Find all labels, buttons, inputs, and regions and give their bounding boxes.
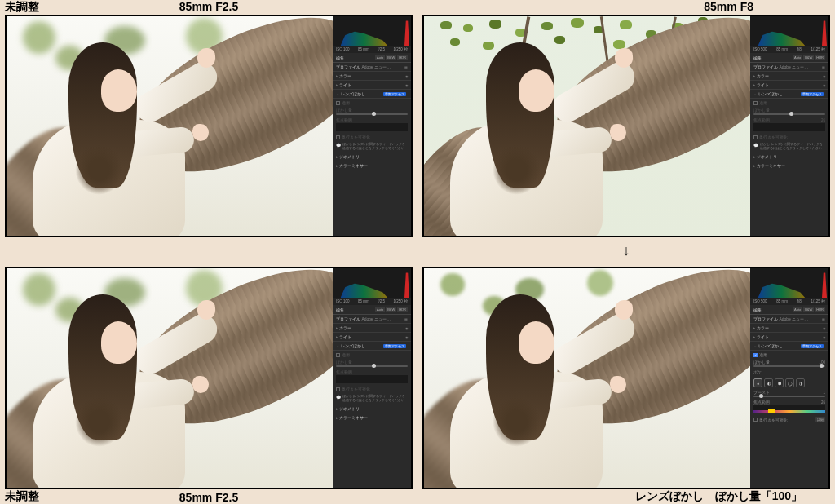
browse-icon[interactable]: ▦	[404, 65, 408, 69]
section-light[interactable]: ›ライト◉	[750, 81, 828, 90]
hdr-button[interactable]: HDR	[815, 307, 825, 312]
apply-checkbox[interactable]	[336, 353, 340, 357]
eye-icon[interactable]: ◉	[823, 335, 825, 339]
chevron-right-icon: ›	[336, 415, 338, 420]
blur-slider	[753, 113, 825, 115]
section-light[interactable]: ›ライト◉	[750, 333, 828, 342]
histogram[interactable]	[750, 16, 828, 46]
browse-icon[interactable]: ▦	[822, 317, 825, 321]
hdr-button[interactable]: HDR	[815, 55, 825, 60]
browse-icon[interactable]: ▦	[404, 317, 408, 321]
eye-icon[interactable]: ◉	[405, 335, 408, 339]
auto-button[interactable]: Auto	[793, 307, 802, 312]
label-lens-tl: 85mm F2.5	[179, 0, 238, 13]
chevron-right-icon: ›	[336, 325, 338, 330]
eye-icon[interactable]: ◉	[405, 74, 408, 78]
boost-slider[interactable]	[753, 396, 825, 397]
apply-row[interactable]: 適用	[333, 99, 411, 107]
bw-button[interactable]: B&W	[386, 55, 396, 60]
bokeh-shape-row: ● ◐ ⬢ ◯ ◑	[750, 377, 828, 389]
feedback-link[interactable]: 💬 ぼかし (レンズ) に関するフィードバックを送信するにはここをクリックしてく…	[333, 141, 411, 153]
section-color-mixer[interactable]: ›カラーミキサー	[333, 161, 411, 170]
bw-button[interactable]: B&W	[803, 307, 814, 312]
feedback-link[interactable]: 💬 ぼかし (レンズ) に関するフィードバックを送信するにはここをクリックしてく…	[750, 141, 828, 153]
frame-tr: ISO 50085 mmf/81/125 秒 編集 Auto B&W HDR プ…	[422, 15, 830, 237]
section-geometry[interactable]: ›ジオメトリ	[750, 153, 828, 161]
section-geometry[interactable]: ›ジオメトリ	[333, 405, 411, 413]
eye-icon[interactable]: ◉	[405, 326, 408, 330]
hdr-button[interactable]: HDR	[397, 307, 408, 312]
profile-row[interactable]: プロファイル Adobe ニュー… ▦	[333, 63, 411, 72]
browse-icon[interactable]: ▦	[822, 65, 825, 69]
early-access-badge: 早期アクセス	[383, 92, 406, 96]
profile-row[interactable]: プロファイル Adobe ニュー… ▦	[750, 315, 828, 324]
histogram[interactable]	[333, 16, 411, 46]
focus-preview	[336, 123, 408, 131]
hdr-button[interactable]: HDR	[397, 55, 408, 60]
section-color-mixer[interactable]: ›カラーミキサー	[750, 161, 828, 170]
edit-header: 編集 Auto B&W HDR	[750, 305, 828, 315]
apply-row[interactable]: ✓ 適用	[750, 351, 828, 359]
bokeh-circle-icon[interactable]: ●	[753, 378, 762, 387]
histogram[interactable]	[333, 268, 411, 298]
blur-slider[interactable]	[753, 365, 825, 367]
bw-button[interactable]: B&W	[386, 307, 396, 312]
focus-range-row: 焦点範囲26	[750, 117, 828, 133]
feedback-link[interactable]: 💬 ぼかし (レンズ) に関するフィードバックを送信するにはここをクリックしてく…	[333, 393, 411, 405]
focus-range-row[interactable]: 焦点範囲26	[750, 399, 828, 415]
section-lens-blur[interactable]: ⌄レンズぼかし早期アクセス	[750, 90, 828, 99]
section-color[interactable]: ›カラー◉	[333, 72, 411, 81]
bokeh-ring-icon[interactable]: ◯	[785, 378, 794, 387]
section-light[interactable]: ›ライト◉	[333, 333, 411, 342]
label-unadjusted-top: 未調整	[5, 0, 39, 15]
section-color[interactable]: ›カラー◉	[750, 324, 828, 333]
histogram[interactable]	[750, 268, 828, 298]
eye-icon[interactable]: ◉	[823, 83, 825, 87]
boost-row[interactable]: ブースト1	[750, 389, 828, 399]
section-lens-blur[interactable]: ⌄レンズぼかし早期アクセス	[750, 342, 828, 351]
section-color-mixer[interactable]: ›カラーミキサー	[333, 413, 411, 422]
details-button[interactable]: 詳細	[815, 417, 825, 422]
visualize-row[interactable]: 奥行きを可視化 詳細	[750, 415, 828, 424]
visualize-checkbox[interactable]	[753, 418, 758, 422]
apply-checkbox[interactable]	[336, 101, 340, 105]
early-access-badge: 早期アクセス	[801, 344, 824, 348]
section-geometry[interactable]: ›ジオメトリ	[333, 153, 411, 161]
auto-button[interactable]: Auto	[375, 307, 385, 312]
section-color[interactable]: ›カラー◉	[750, 72, 828, 81]
bokeh-cat-icon[interactable]: ◑	[796, 378, 805, 387]
blur-amount-row[interactable]: ぼかし量100	[750, 359, 828, 369]
chevron-right-icon: ›	[336, 406, 338, 411]
edit-header: 編集 Auto B&W HDR	[333, 53, 411, 63]
auto-button[interactable]: Auto	[375, 55, 385, 60]
exif-row: ISO 50085 mmf/81/125 秒	[750, 46, 828, 53]
profile-row[interactable]: プロファイル Adobe ニュー… ▦	[333, 315, 411, 324]
visualize-row: 奥行きを可視化	[333, 385, 411, 393]
exif-row: ISO 50085 mmf/81/125 秒	[750, 298, 828, 305]
apply-row[interactable]: 適用	[750, 99, 828, 107]
apply-checkbox[interactable]	[753, 101, 758, 105]
visualize-row: 奥行きを可視化	[333, 133, 411, 141]
apply-row[interactable]: 適用	[333, 351, 411, 359]
profile-row[interactable]: プロファイル Adobe ニュー… ▦	[750, 63, 828, 72]
focus-preview[interactable]	[753, 405, 825, 413]
photo-tr	[424, 16, 750, 236]
section-color[interactable]: ›カラー◉	[333, 324, 411, 333]
visualize-checkbox	[336, 387, 340, 391]
bw-button[interactable]: B&W	[803, 55, 814, 60]
auto-button[interactable]: Auto	[793, 55, 802, 60]
bokeh-blade-icon[interactable]: ⬢	[775, 378, 784, 387]
bokeh-soap-icon[interactable]: ◐	[764, 378, 773, 387]
chevron-right-icon: ›	[336, 163, 338, 168]
label-lens-tr: 85mm F8	[704, 0, 753, 13]
apply-checkbox[interactable]: ✓	[753, 353, 758, 357]
section-lens-blur[interactable]: ⌄レンズぼかし早期アクセス	[333, 342, 411, 351]
section-lens-blur[interactable]: ⌄レンズぼかし早期アクセス	[333, 90, 411, 99]
edit-header: 編集 Auto B&W HDR	[750, 53, 828, 63]
eye-icon[interactable]: ◉	[823, 326, 825, 330]
blur-slider	[336, 113, 408, 115]
eye-icon[interactable]: ◉	[405, 83, 408, 87]
eye-icon[interactable]: ◉	[823, 74, 825, 78]
down-arrow-icon: ↓	[623, 242, 630, 259]
section-light[interactable]: ›ライト◉	[333, 81, 411, 90]
